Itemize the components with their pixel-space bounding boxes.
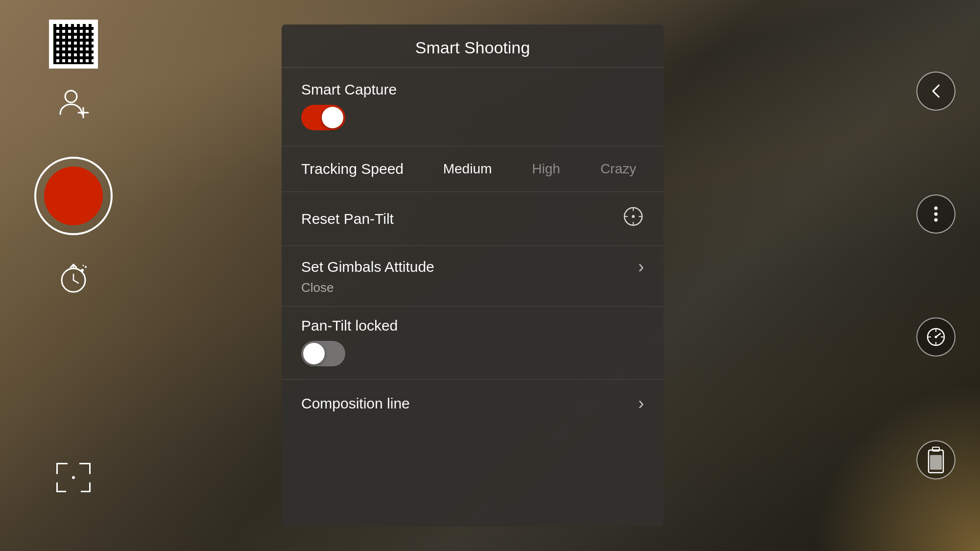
main-panel: Smart Shooting Smart Capture Tracking Sp…: [282, 24, 664, 527]
set-gimbals-label: Set Gimbals Attitude: [301, 259, 638, 275]
smart-capture-section: Smart Capture: [282, 68, 664, 146]
back-button[interactable]: [916, 72, 956, 111]
gimbal-row: Set Gimbals Attitude ›: [301, 257, 644, 277]
composition-line-chevron: ›: [638, 393, 644, 414]
svg-point-13: [935, 336, 937, 338]
tracking-speed-options: Medium High Crazy: [435, 157, 644, 181]
more-options-button[interactable]: [916, 194, 956, 234]
tracking-option-crazy[interactable]: Crazy: [593, 157, 644, 181]
panel-title: Smart Shooting: [282, 24, 664, 68]
tracking-option-medium[interactable]: Medium: [435, 157, 500, 181]
add-person-button[interactable]: [49, 83, 98, 122]
smart-capture-toggle[interactable]: [301, 105, 345, 130]
pan-tilt-locked-toggle[interactable]: [301, 341, 345, 366]
svg-point-6: [83, 265, 84, 266]
ai-timer-button[interactable]: [49, 260, 98, 299]
reset-pan-tilt-label: Reset Pan-Tilt: [301, 211, 622, 227]
record-button-inner: [44, 167, 103, 225]
smart-capture-label: Smart Capture: [301, 81, 644, 98]
set-gimbals-chevron: ›: [638, 257, 644, 277]
svg-point-22: [632, 215, 635, 218]
speed-dial-button[interactable]: [916, 317, 956, 357]
svg-point-4: [81, 269, 84, 272]
svg-rect-20: [930, 455, 942, 470]
pan-tilt-locked-thumb: [303, 343, 325, 364]
gimbal-sub-label: Close: [301, 280, 644, 295]
record-button[interactable]: [34, 157, 113, 235]
reset-pan-tilt-row[interactable]: Reset Pan-Tilt: [282, 192, 664, 246]
tracking-option-high[interactable]: High: [524, 157, 568, 181]
svg-point-5: [85, 266, 87, 268]
right-controls: [911, 0, 960, 551]
reset-pan-tilt-icon: [622, 206, 644, 232]
svg-point-10: [934, 212, 938, 216]
focus-frame-button[interactable]: [49, 458, 98, 497]
svg-point-0: [65, 91, 77, 102]
smart-capture-thumb: [322, 107, 343, 128]
svg-point-9: [934, 206, 938, 210]
set-gimbals-section[interactable]: Set Gimbals Attitude › Close: [282, 246, 664, 307]
tracking-speed-label: Tracking Speed: [301, 161, 404, 177]
qr-code: [49, 20, 98, 69]
svg-line-8: [73, 280, 78, 283]
composition-line-label: Composition line: [301, 395, 638, 412]
svg-point-11: [934, 218, 938, 221]
tracking-speed-row: Tracking Speed Medium High Crazy: [282, 146, 664, 192]
composition-line-row[interactable]: Composition line ›: [282, 380, 664, 428]
focus-frame-icon: [56, 463, 91, 492]
battery-button[interactable]: [916, 440, 956, 479]
pan-tilt-locked-section: Pan-Tilt locked: [282, 307, 664, 380]
pan-tilt-locked-label: Pan-Tilt locked: [301, 317, 644, 334]
